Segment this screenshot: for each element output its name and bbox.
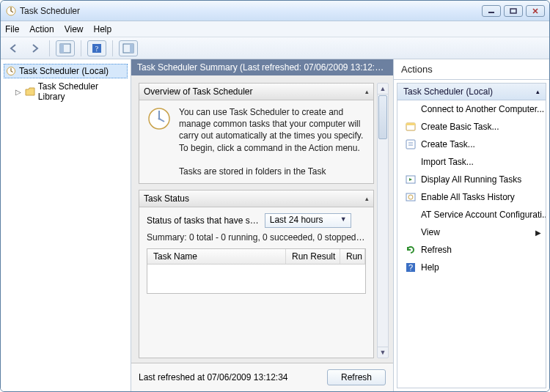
help-toolbar-button[interactable]: ?	[87, 40, 106, 56]
toolbar-separator	[112, 40, 113, 56]
refresh-icon	[405, 244, 417, 256]
overview-title: Overview of Task Scheduler	[144, 86, 253, 97]
task-table: Task Name Run Result Run	[147, 248, 366, 294]
app-icon	[5, 5, 17, 17]
overview-text: You can use Task Scheduler to create and…	[179, 106, 366, 177]
svg-rect-8	[130, 44, 133, 53]
col-run-result[interactable]: Run Result	[286, 249, 340, 264]
folder-icon	[25, 87, 35, 96]
menu-file[interactable]: File	[5, 24, 19, 34]
overview-body-text: You can use Task Scheduler to create and…	[179, 107, 363, 153]
status-range-label: Status of tasks that have s…	[147, 215, 259, 226]
actions-group-label: Task Scheduler (Local)	[403, 86, 493, 97]
tree-library-label: Task Scheduler Library	[38, 81, 126, 102]
svg-rect-1	[488, 12, 494, 13]
action-import[interactable]: Import Task...	[397, 153, 546, 171]
scroll-thumb[interactable]	[378, 95, 387, 139]
action-label: Connect to Another Computer...	[421, 104, 544, 114]
svg-point-11	[158, 118, 161, 120]
back-button[interactable]	[5, 40, 23, 56]
expand-icon[interactable]: ▷	[15, 88, 22, 96]
action-display-running[interactable]: Display All Running Tasks	[397, 171, 546, 188]
collapse-icon[interactable]: ▴	[365, 195, 369, 202]
collapse-icon[interactable]: ▴	[365, 88, 369, 95]
overview-panel: Overview of Task Scheduler ▴ You can use…	[139, 83, 374, 184]
action-label: Enable All Tasks History	[421, 192, 515, 202]
help-icon: ?	[405, 262, 417, 273]
actions-title: Actions	[394, 59, 549, 80]
action-label: AT Service Account Configurati...	[421, 210, 546, 220]
tree-pane: Task Scheduler (Local) ▷ Task Scheduler …	[1, 59, 131, 391]
collapse-icon[interactable]: ▴	[536, 88, 540, 95]
refresh-button[interactable]: Refresh	[327, 369, 386, 385]
show-hide-action-button[interactable]	[119, 40, 138, 56]
action-label: Refresh	[421, 245, 452, 255]
status-summary: Summary: 0 total - 0 running, 0 succeede…	[139, 231, 373, 248]
blank-icon	[405, 103, 417, 115]
action-enable-history[interactable]: Enable All Tasks History	[397, 188, 546, 206]
action-label: Help	[421, 262, 439, 273]
chevron-right-icon: ▶	[535, 229, 541, 237]
toolbar-separator	[49, 40, 50, 56]
last-refreshed-label: Last refreshed at 07/06/2009 13:12:34	[139, 372, 288, 382]
forward-button[interactable]	[26, 40, 43, 56]
summary-header: Task Scheduler Summary (Last refreshed: …	[131, 59, 393, 75]
center-scrollbar[interactable]: ▲ ▼	[377, 83, 389, 358]
tree-library-item[interactable]: ▷ Task Scheduler Library	[4, 80, 128, 103]
task-status-panel: Task Status ▴ Status of tasks that have …	[139, 190, 374, 358]
task-table-header: Task Name Run Result Run	[147, 249, 365, 265]
show-hide-tree-button[interactable]	[56, 40, 75, 56]
action-label: Create Basic Task...	[421, 122, 499, 132]
basic-icon	[405, 121, 417, 133]
action-label: Display All Running Tasks	[421, 174, 521, 185]
actions-list: Connect to Another Computer...Create Bas…	[397, 100, 546, 276]
action-at-service[interactable]: AT Service Account Configurati...	[397, 206, 546, 223]
running-icon	[405, 174, 417, 185]
svg-rect-2	[510, 9, 516, 13]
maximize-button[interactable]	[504, 5, 523, 17]
action-create-basic[interactable]: Create Basic Task...	[397, 118, 546, 136]
task-status-header[interactable]: Task Status ▴	[139, 191, 373, 207]
window-title: Task Scheduler	[20, 6, 80, 16]
menu-action[interactable]: Action	[29, 24, 54, 34]
action-label: Import Task...	[421, 157, 474, 167]
menu-help[interactable]: Help	[94, 24, 112, 34]
svg-rect-13	[406, 123, 415, 125]
actions-body: Task Scheduler (Local) ▴ Connect to Anot…	[397, 83, 546, 388]
blank-icon	[405, 226, 417, 238]
center-footer: Last refreshed at 07/06/2009 13:12:34 Re…	[131, 363, 393, 391]
blank-icon	[405, 156, 417, 168]
svg-text:?: ?	[408, 263, 413, 272]
svg-rect-14	[406, 140, 415, 149]
overview-body-more: Tasks are stored in folders in the Task	[179, 166, 326, 177]
actions-group-header[interactable]: Task Scheduler (Local) ▴	[397, 84, 546, 100]
action-label: Create Task...	[421, 139, 475, 149]
overview-panel-header[interactable]: Overview of Task Scheduler ▴	[139, 84, 373, 100]
svg-text:?: ?	[95, 45, 99, 53]
workspace: Task Scheduler (Local) ▷ Task Scheduler …	[1, 59, 549, 391]
status-range-select[interactable]: Last 24 hours	[265, 213, 351, 228]
action-view[interactable]: View▶	[397, 223, 546, 241]
col-task-name[interactable]: Task Name	[147, 249, 286, 264]
center-body: Overview of Task Scheduler ▴ You can use…	[131, 75, 393, 363]
actions-pane: Actions Task Scheduler (Local) ▴ Connect…	[394, 59, 549, 391]
action-refresh[interactable]: Refresh	[397, 241, 546, 259]
minimize-button[interactable]	[482, 5, 501, 17]
action-create-task[interactable]: Create Task...	[397, 136, 546, 153]
action-label: View	[421, 227, 440, 237]
status-range-value: Last 24 hours	[270, 215, 323, 225]
tree-root-item[interactable]: Task Scheduler (Local)	[4, 64, 128, 78]
titlebar: Task Scheduler	[1, 1, 549, 21]
col-run[interactable]: Run	[340, 249, 365, 264]
scroll-up-icon[interactable]: ▲	[378, 84, 388, 95]
task-status-title: Task Status	[144, 193, 189, 204]
action-connect[interactable]: Connect to Another Computer...	[397, 100, 546, 118]
menubar: File Action View Help	[1, 21, 549, 37]
toolbar-separator	[81, 40, 81, 56]
center-pane: Task Scheduler Summary (Last refreshed: …	[131, 59, 394, 391]
svg-rect-4	[60, 44, 64, 53]
action-help[interactable]: ?Help	[397, 259, 546, 276]
scroll-down-icon[interactable]: ▼	[378, 347, 388, 358]
close-button[interactable]	[526, 5, 545, 17]
menu-view[interactable]: View	[65, 24, 84, 34]
